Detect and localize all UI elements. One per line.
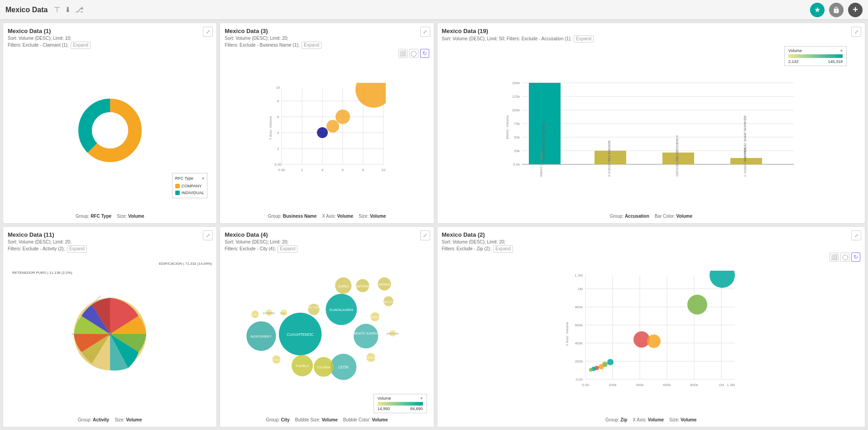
bar-legend: Volume× 2,132 145,318 bbox=[784, 46, 847, 66]
svg-text:400k: 400k bbox=[636, 383, 644, 387]
panel-2-meta: Sort: Volume (DESC); Limit: 20; Filters:… bbox=[442, 239, 861, 253]
svg-text:1M: 1M bbox=[578, 287, 583, 291]
filter-icon[interactable]: ⊤ bbox=[54, 5, 60, 14]
panel-3-meta: Sort: Volume (DESC); Limit: 20; Filters:… bbox=[225, 35, 429, 49]
app-title: Mexico Data bbox=[5, 6, 48, 14]
svg-point-27 bbox=[317, 127, 328, 138]
panel-3-expand[interactable]: Expand bbox=[302, 42, 321, 49]
add-button[interactable]: + bbox=[848, 3, 863, 17]
panel-1-content: RFC Type× COMPANY INDIVIDUAL bbox=[8, 49, 212, 212]
panel-2-fullscreen[interactable]: ⤢ bbox=[851, 230, 861, 240]
panel-2-expand[interactable]: Expand bbox=[493, 245, 513, 253]
svg-text:0.00: 0.00 bbox=[278, 168, 285, 172]
svg-text:600k: 600k bbox=[663, 383, 671, 387]
svg-text:100k: 100k bbox=[512, 108, 520, 112]
panel-mexico-data-3: Mexico Data (3) Sort: Volume (DESC); Lim… bbox=[220, 23, 434, 224]
share-button[interactable] bbox=[829, 3, 844, 17]
rfc-type-legend: RFC Type× COMPANY INDIVIDUAL bbox=[172, 173, 208, 198]
svg-point-131 bbox=[647, 334, 661, 348]
scatter-select-tool[interactable]: ⬜ bbox=[398, 49, 408, 58]
panel-mexico-data-1: Mexico Data (1) Sort: Volume (DESC); Lim… bbox=[3, 23, 217, 224]
scatter-refresh-tool[interactable]: ↻ bbox=[420, 49, 429, 58]
svg-text:800k: 800k bbox=[690, 383, 698, 387]
header: Mexico Data ⊤ ⬇ ⎇ ★ + bbox=[0, 0, 868, 20]
svg-text:CORTACAN: CORTACAN bbox=[368, 316, 382, 319]
pie-chart-11 bbox=[65, 289, 155, 379]
panel-19-expand[interactable]: Expand bbox=[574, 35, 594, 43]
share-connections-icon[interactable]: ⎇ bbox=[75, 5, 83, 14]
svg-text:200k: 200k bbox=[575, 359, 583, 363]
svg-text:GUADALAJARA: GUADALAJARA bbox=[329, 308, 353, 312]
svg-text:10: 10 bbox=[276, 86, 280, 90]
download-icon[interactable]: ⬇ bbox=[65, 5, 71, 14]
svg-point-29 bbox=[336, 110, 350, 124]
svg-text:MERIDA: MERIDA bbox=[379, 283, 390, 286]
panel-19-title: Mexico Data (19) bbox=[442, 28, 861, 34]
panel-mexico-data-4: Mexico Data (4) Sort: Volume (DESC); Lim… bbox=[220, 226, 434, 427]
scatter-2-circle-tool[interactable]: ◯ bbox=[840, 253, 849, 262]
svg-point-132 bbox=[607, 359, 614, 365]
svg-text:TLAL...: TLAL... bbox=[280, 312, 288, 315]
svg-point-60 bbox=[108, 332, 112, 336]
panel-1-fullscreen[interactable]: ⤢ bbox=[203, 27, 213, 37]
svg-text:ECATEPEC: ECATEPEC bbox=[263, 312, 275, 315]
svg-text:50k: 50k bbox=[514, 135, 520, 139]
scatter-circle-tool[interactable]: ◯ bbox=[409, 49, 418, 58]
svg-point-2 bbox=[92, 112, 128, 148]
svg-text:MAZATLAN: MAZATLAN bbox=[387, 332, 399, 335]
panel-11-content: RETENEDOR PURO | 11,136 (2.2%) EDIFICACI… bbox=[8, 253, 212, 416]
svg-text:TAX FRAUD: SHAM TAXPAYER: TAX FRAUD: SHAM TAXPAYER bbox=[743, 115, 747, 161]
svg-text:JUAREZ: JUAREZ bbox=[338, 285, 349, 288]
svg-text:6: 6 bbox=[277, 115, 279, 119]
panel-1-title: Mexico Data (1) bbox=[8, 28, 212, 34]
scatter-2-select-tool[interactable]: ⬜ bbox=[830, 253, 839, 262]
panel-4-content: CUAUHTEMOC GUADALAJARA MONTERREY LEON BE… bbox=[225, 253, 429, 416]
panel-4-fullscreen[interactable]: ⤢ bbox=[420, 230, 430, 240]
svg-text:NICOLAS: NICOLAS bbox=[383, 301, 394, 303]
panel-19-footer: Group: Accusation Bar Color: Volume bbox=[442, 214, 861, 219]
panel-4-title: Mexico Data (4) bbox=[225, 231, 429, 238]
svg-text:IZTAPALAPA: IZTAPALAPA bbox=[364, 356, 378, 359]
svg-text:Y Axis: Volume: Y Axis: Volume bbox=[565, 322, 569, 346]
panel-mexico-data-2: Mexico Data (2) Sort: Volume (DESC); Lim… bbox=[437, 226, 866, 427]
star-button[interactable]: ★ bbox=[810, 3, 825, 17]
svg-point-128 bbox=[710, 271, 735, 288]
panel-2-title: Mexico Data (2) bbox=[442, 231, 861, 238]
svg-text:Metric: Volume: Metric: Volume bbox=[505, 115, 509, 139]
svg-text:2: 2 bbox=[277, 147, 279, 151]
scatter-chart-2: 0.00 200k 400k 600k 800k 1M 1.2M 0.00 20… bbox=[563, 271, 739, 397]
pie-label-2: EDIFICACION | 71,332 (14.09%) bbox=[159, 262, 212, 266]
panel-mexico-data-11: Mexico Data (11) Sort: Volume (DESC); Li… bbox=[3, 226, 217, 427]
panel-11-footer: Group: Activity Size: Volume bbox=[8, 417, 212, 422]
panel-11-expand[interactable]: Expand bbox=[67, 245, 87, 253]
svg-text:BENITO JUAREZ: BENITO JUAREZ bbox=[354, 332, 378, 335]
svg-text:0.00: 0.00 bbox=[582, 383, 589, 387]
panel-4-expand[interactable]: Expand bbox=[278, 245, 297, 253]
svg-text:2: 2 bbox=[301, 168, 303, 172]
donut-chart-1 bbox=[74, 94, 146, 167]
bubble-chart-4: CUAUHTEMOC GUADALAJARA MONTERREY LEON BE… bbox=[239, 271, 415, 397]
pie-label-1: RETENEDOR PURO | 11,136 (2.2%) bbox=[12, 271, 72, 275]
panel-mexico-data-19: Mexico Data (19) Sort: Volume (DESC); Li… bbox=[437, 23, 866, 224]
panel-2-footer: Group: Zip X Axis: Volume Size: Volume bbox=[442, 417, 861, 422]
svg-point-71 bbox=[354, 324, 378, 348]
svg-point-28 bbox=[326, 120, 339, 133]
svg-text:1.2M: 1.2M bbox=[575, 273, 583, 277]
svg-text:0.0k: 0.0k bbox=[513, 162, 520, 167]
panel-3-footer: Group: Business Name X Axis: Volume Size… bbox=[225, 214, 429, 219]
panel-19-fullscreen[interactable]: ⤢ bbox=[851, 27, 861, 37]
svg-text:1M: 1M bbox=[719, 383, 724, 387]
svg-point-83 bbox=[308, 304, 319, 315]
scatter-2-refresh-tool[interactable]: ↻ bbox=[851, 253, 860, 262]
svg-text:Y Axis: Volume: Y Axis: Volume bbox=[269, 116, 273, 140]
svg-text:8: 8 bbox=[277, 99, 279, 103]
svg-text:125k: 125k bbox=[512, 95, 520, 99]
svg-text:TAX EVASION: TAX EVASION bbox=[608, 160, 611, 177]
svg-text:75k: 75k bbox=[514, 122, 520, 126]
svg-text:4: 4 bbox=[321, 168, 324, 172]
svg-text:150k: 150k bbox=[512, 81, 520, 85]
panel-3-fullscreen[interactable]: ⤢ bbox=[420, 27, 430, 37]
svg-text:0.00: 0.00 bbox=[575, 377, 583, 382]
panel-11-fullscreen[interactable]: ⤢ bbox=[203, 230, 213, 240]
panel-1-expand[interactable]: Expand bbox=[71, 42, 91, 49]
